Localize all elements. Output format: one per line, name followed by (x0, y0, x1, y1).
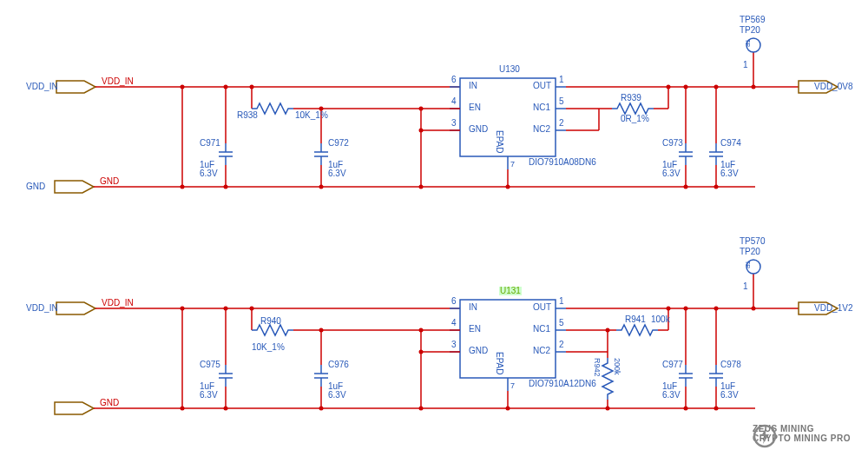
val-r940: 10K_1% (252, 343, 285, 352)
resistor-r939 (612, 103, 654, 114)
pin-num: 3 (451, 119, 457, 128)
net-text-gnd: GND (100, 177, 119, 186)
net-flag (56, 302, 95, 314)
tp-glyph-2: TP (745, 261, 751, 268)
pin-num: 5 (559, 319, 564, 328)
net-flag (55, 181, 94, 193)
pin-label: GND (469, 347, 488, 355)
net-flag (56, 81, 95, 93)
ic-part-u131: DIO7910A12DN6 (529, 380, 596, 388)
ref-c976: C976 (328, 361, 349, 369)
net-name-vdd-in-2: VDD_IN (26, 304, 58, 313)
volt-c978: 6.3V (720, 391, 739, 400)
net-name-gnd: GND (26, 182, 45, 191)
ref-c977: C977 (662, 361, 683, 369)
pin-label: NC2 (533, 125, 550, 134)
resistor-r942 (602, 358, 613, 400)
val-r941: 100k (651, 315, 670, 324)
val-r939: 0R_1% (621, 115, 649, 123)
pin-label: NC2 (533, 347, 550, 355)
pin-num: 2 (559, 119, 564, 128)
ref-r941: R941 (625, 315, 646, 324)
zeus-icon (753, 424, 777, 448)
pin-num: 3 (451, 341, 457, 349)
pin-label: EPAD (495, 352, 503, 375)
ref-c978: C978 (720, 361, 741, 369)
pin-num: 5 (559, 97, 564, 106)
resistor-r938 (252, 103, 293, 114)
pin-label: IN (469, 82, 477, 90)
pin-num: 2 (559, 341, 564, 349)
volt-c973: 6.3V (662, 169, 681, 178)
pin-label: NC1 (533, 325, 550, 334)
net-text-vdd-in-2: VDD_IN (102, 299, 134, 308)
volt-c975: 6.3V (200, 391, 218, 400)
ic-ref-u130: U130 (499, 65, 520, 74)
pin-num: 6 (451, 297, 457, 306)
tp-ref1: TP569 (740, 16, 765, 24)
volt-c976: 6.3V (328, 391, 346, 400)
capacitor-c975 (219, 365, 233, 387)
ic-part-u130: DIO7910A08DN6 (529, 158, 596, 167)
pin-label: GND (469, 125, 488, 134)
tp-ref1-2: TP570 (740, 237, 765, 246)
schematic-canvas (0, 0, 868, 450)
net-name-vdd-1v2: VDD_1V2 (814, 304, 852, 313)
ref-c974: C974 (720, 139, 741, 148)
net-flag (55, 402, 94, 414)
net-name-vdd-0v8: VDD_0V8 (814, 83, 852, 91)
pin-label: EN (469, 103, 481, 112)
capacitor-c971 (219, 143, 233, 165)
ic-ref-u131: U131 (499, 287, 522, 295)
capacitor-c972 (314, 143, 328, 165)
resistor-r940 (252, 325, 293, 335)
pin-label: NC1 (533, 103, 550, 112)
pin-num: 6 (451, 76, 457, 84)
pin-num: 1 (559, 76, 564, 84)
ref-r938: R938 (237, 111, 258, 120)
net-text-gnd-2: GND (100, 399, 119, 407)
ref-r940: R940 (260, 317, 281, 326)
capacitor-c976 (314, 365, 328, 387)
pin-label: EPAD (495, 130, 503, 154)
pin-num: 7 (510, 382, 515, 390)
net-name-vdd-in: VDD_IN (26, 83, 58, 91)
pin-label: EN (469, 325, 481, 334)
ref-c975: C975 (200, 361, 220, 369)
watermark-logo: ZEUS MINING CRYPTO MINING PRO (753, 424, 851, 443)
pin-label: OUT (533, 303, 551, 312)
ref-r939: R939 (621, 94, 641, 103)
pin-num: 4 (451, 97, 457, 106)
ref-r942: R942 (593, 358, 601, 377)
pin-label: IN (469, 303, 477, 312)
pin-num: 1 (559, 297, 564, 306)
volt-c977: 6.3V (662, 391, 681, 400)
volt-c971: 6.3V (200, 169, 218, 178)
tp-ref2: TP20 (740, 26, 760, 35)
tp-ref2-2: TP20 (740, 248, 760, 256)
net-text-vdd-in: VDD_IN (102, 77, 134, 86)
ref-c971: C971 (200, 139, 220, 148)
pin-num: 4 (451, 319, 457, 328)
volt-c972: 6.3V (328, 169, 346, 178)
val-r938: 10K_1% (295, 111, 328, 120)
tp-pin: 1 (743, 61, 748, 69)
svg-marker-63 (761, 428, 769, 444)
resistor-r941 (616, 325, 658, 335)
val-r942: 200k (613, 358, 621, 375)
volt-c974: 6.3V (720, 169, 739, 178)
pin-label: OUT (533, 82, 551, 90)
pin-num: 7 (510, 161, 515, 169)
ref-c972: C972 (328, 139, 349, 148)
ref-c973: C973 (662, 139, 683, 148)
tp-pin-2: 1 (743, 282, 748, 291)
tp-glyph: TP (745, 39, 751, 47)
